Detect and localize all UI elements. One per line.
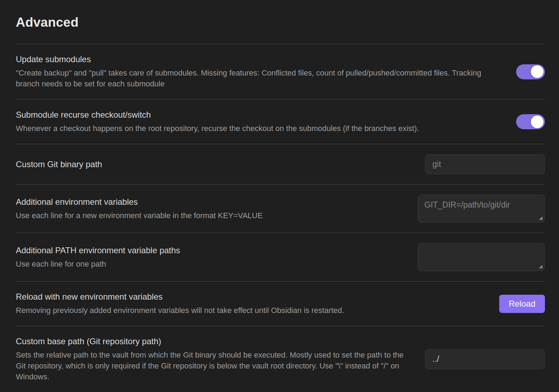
reload-button[interactable]: Reload (499, 295, 545, 313)
update-submodules-toggle[interactable] (516, 64, 545, 79)
git-binary-path-input[interactable] (425, 154, 545, 174)
setting-control: Reload (499, 295, 545, 313)
setting-description: Removing previously added environment va… (16, 305, 482, 316)
setting-reload-env-vars: Reload with new environment variables Re… (16, 281, 545, 326)
textarea-wrap (418, 195, 545, 223)
setting-description: Whenever a checkout happens on the root … (16, 123, 499, 134)
toggle-knob (531, 65, 544, 78)
setting-info: Additional PATH environment variable pat… (16, 245, 400, 269)
setting-additional-env-vars: Additional environment variables Use eac… (16, 184, 545, 233)
setting-control (418, 195, 545, 223)
setting-additional-path-env-vars: Additional PATH environment variable pat… (16, 233, 545, 281)
setting-control (516, 64, 545, 79)
setting-info: Reload with new environment variables Re… (16, 292, 482, 316)
setting-info: Additional environment variables Use eac… (16, 197, 400, 221)
setting-control (425, 349, 545, 369)
setting-description: Use each line for a new environment vari… (16, 210, 400, 221)
env-vars-textarea[interactable] (418, 195, 545, 223)
setting-description: "Create backup" and "pull" takes care of… (16, 67, 499, 89)
page-title: Advanced (16, 15, 545, 30)
setting-update-submodules: Update submodules "Create backup" and "p… (16, 44, 545, 99)
setting-custom-base-path: Custom base path (Git repository path) S… (16, 326, 545, 392)
setting-name: Submodule recurse checkout/switch (16, 110, 499, 120)
setting-info: Custom base path (Git repository path) S… (16, 336, 407, 382)
settings-panel: Advanced Update submodules "Create backu… (0, 0, 559, 392)
setting-name: Additional environment variables (16, 197, 400, 207)
setting-description: Use each line for one path (16, 259, 400, 269)
setting-control (418, 243, 545, 271)
setting-name: Custom base path (Git repository path) (16, 336, 407, 347)
setting-submodule-recurse: Submodule recurse checkout/switch Whenev… (16, 99, 545, 144)
setting-control (425, 154, 545, 174)
setting-info: Submodule recurse checkout/switch Whenev… (16, 110, 499, 134)
path-env-vars-textarea[interactable] (418, 243, 545, 271)
base-path-input[interactable] (425, 349, 545, 369)
submodule-recurse-toggle[interactable] (516, 114, 545, 129)
setting-name: Update submodules (16, 54, 499, 65)
setting-name: Additional PATH environment variable pat… (16, 245, 400, 256)
setting-info: Update submodules "Create backup" and "p… (16, 54, 499, 89)
setting-control (516, 114, 545, 129)
setting-name: Reload with new environment variables (16, 292, 482, 302)
setting-description: Sets the relative path to the vault from… (16, 349, 407, 382)
textarea-wrap (418, 243, 545, 271)
setting-info: Custom Git binary path (16, 159, 407, 170)
setting-name: Custom Git binary path (16, 159, 407, 170)
setting-custom-git-binary-path: Custom Git binary path (16, 144, 545, 184)
toggle-knob (531, 116, 544, 128)
